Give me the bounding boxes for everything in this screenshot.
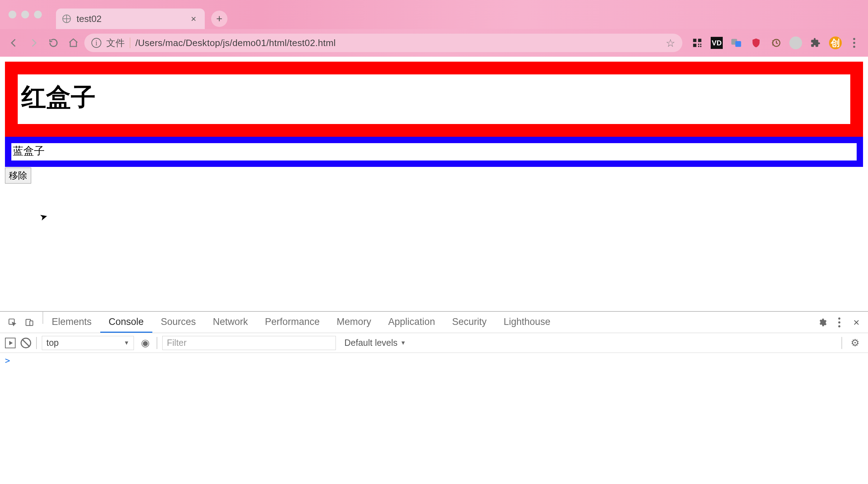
svg-rect-5 (698, 46, 699, 47)
clear-console-icon[interactable] (21, 338, 31, 348)
tab-lighthouse[interactable]: Lighthouse (495, 312, 559, 333)
log-levels-select[interactable]: Default levels ▼ (341, 338, 406, 348)
tab-close-button[interactable]: × (189, 13, 198, 24)
remove-button[interactable]: 移除 (5, 168, 31, 184)
qr-extension-icon[interactable] (691, 36, 704, 49)
mouse-cursor-icon: ➤ (38, 210, 49, 223)
globe-icon (62, 15, 71, 23)
shield-extension-icon[interactable] (750, 36, 762, 49)
devtools-menu-button[interactable] (834, 315, 845, 330)
tab-performance[interactable]: Performance (257, 312, 328, 333)
url-path: /Users/mac/Desktop/js/demo01/html/test02… (135, 38, 336, 49)
svg-rect-8 (735, 41, 741, 47)
address-bar[interactable]: i 文件 /Users/mac/Desktop/js/demo01/html/t… (84, 34, 682, 52)
svg-rect-6 (700, 46, 701, 47)
devtools-close-button[interactable]: × (850, 316, 863, 328)
svg-rect-12 (30, 321, 33, 325)
tab-sources[interactable]: Sources (152, 312, 204, 333)
profile-avatar-icon[interactable]: 创 (829, 36, 842, 49)
devtools-panel: Elements Console Sources Network Perform… (0, 311, 868, 484)
inspect-element-icon[interactable] (6, 316, 19, 329)
tab-application[interactable]: Application (380, 312, 444, 333)
console-prompt: > (5, 356, 10, 366)
window-maximize-button[interactable] (34, 11, 42, 18)
back-button[interactable] (5, 34, 23, 52)
vd-extension-icon[interactable]: VD (711, 37, 723, 49)
divider (841, 337, 842, 349)
window-minimize-button[interactable] (21, 11, 29, 18)
url-scheme-label: 文件 (106, 37, 125, 49)
extensions-puzzle-icon[interactable] (809, 36, 822, 49)
console-output[interactable]: > (0, 353, 868, 484)
extensions-area: VD 创 (684, 35, 863, 51)
chevron-down-icon: ▼ (124, 340, 129, 346)
devtools-tab-bar: Elements Console Sources Network Perform… (0, 312, 868, 333)
svg-rect-3 (698, 44, 699, 45)
device-toolbar-icon[interactable] (23, 316, 36, 329)
tab-strip: test02 × + (56, 0, 227, 29)
tab-title: test02 (77, 13, 183, 24)
divider (36, 337, 37, 349)
tab-security[interactable]: Security (444, 312, 495, 333)
translate-extension-icon[interactable] (730, 36, 743, 49)
home-button[interactable] (64, 34, 82, 52)
console-settings-icon[interactable]: ⚙ (847, 337, 863, 349)
devtools-settings-icon[interactable] (816, 316, 829, 329)
new-tab-button[interactable]: + (211, 11, 227, 27)
divider (157, 337, 157, 349)
tab-elements[interactable]: Elements (43, 312, 100, 333)
tab-network[interactable]: Network (204, 312, 257, 333)
browser-chrome: test02 × + i 文件 /Users/mac/Desktop/js/de… (0, 0, 868, 57)
window-close-button[interactable] (9, 11, 16, 18)
execution-context-value: top (46, 338, 59, 348)
execution-context-select[interactable]: top ▼ (42, 336, 134, 350)
browser-toolbar: i 文件 /Users/mac/Desktop/js/demo01/html/t… (0, 29, 868, 57)
url-separator (130, 38, 130, 48)
console-filter-input[interactable] (162, 336, 336, 350)
forward-button[interactable] (25, 34, 43, 52)
log-levels-label: Default levels (344, 338, 398, 348)
chevron-down-icon: ▼ (400, 340, 406, 346)
site-info-icon[interactable]: i (91, 38, 101, 48)
red-box: 红盒子 (5, 62, 863, 137)
browser-tab[interactable]: test02 × (56, 9, 205, 29)
console-filter-bar: top ▼ ◉ Default levels ▼ ⚙ (0, 333, 868, 353)
svg-rect-4 (700, 44, 701, 45)
bookmark-star-icon[interactable]: ☆ (666, 37, 675, 49)
svg-rect-1 (698, 39, 701, 42)
blue-box-text: 蓝盒子 (13, 145, 45, 157)
reload-button[interactable] (45, 34, 62, 52)
page-viewport: 红盒子 蓝盒子 移除 ➤ (0, 57, 868, 311)
history-extension-icon[interactable] (770, 36, 782, 49)
svg-rect-0 (693, 39, 696, 42)
live-expression-icon[interactable]: ◉ (139, 337, 152, 349)
red-box-heading: 红盒子 (21, 81, 847, 114)
window-controls (0, 11, 42, 18)
window-title-bar: test02 × + (0, 0, 868, 29)
tab-console[interactable]: Console (100, 312, 152, 333)
browser-menu-button[interactable] (849, 35, 859, 51)
svg-rect-2 (693, 44, 696, 47)
console-sidebar-toggle-icon[interactable] (5, 338, 16, 348)
tab-memory[interactable]: Memory (328, 312, 380, 333)
blue-box: 蓝盒子 (5, 137, 863, 167)
grey-extension-icon[interactable] (789, 36, 802, 49)
